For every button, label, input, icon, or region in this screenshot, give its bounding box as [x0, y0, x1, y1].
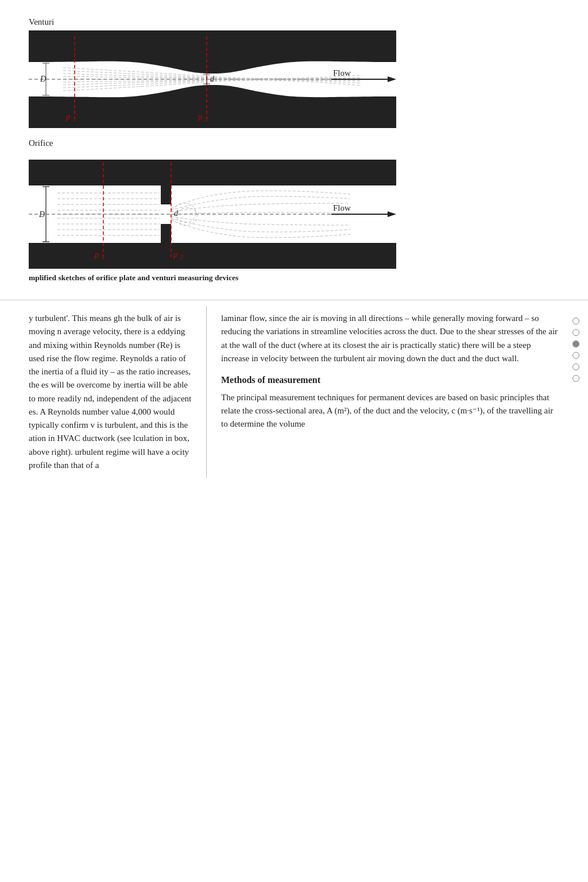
svg-text:p: p: [198, 113, 202, 121]
nav-dot-3[interactable]: [572, 341, 579, 347]
diagram-caption: mplified sketches of orifice plate and v…: [29, 273, 565, 283]
methods-text: The principal measurement techniques for…: [221, 391, 559, 431]
svg-marker-17: [388, 76, 396, 82]
nav-dot-5[interactable]: [572, 363, 579, 370]
svg-text:p: p: [65, 113, 70, 121]
svg-marker-45: [388, 211, 396, 217]
left-text: y turbulent'. This means gh the bulk of …: [29, 312, 195, 472]
svg-text:d: d: [174, 209, 179, 218]
nav-dot-2[interactable]: [572, 329, 579, 336]
svg-text:d: d: [210, 75, 215, 83]
methods-heading: Methods of measurement: [221, 373, 559, 388]
svg-rect-19: [29, 243, 396, 269]
svg-text:p: p: [94, 250, 99, 259]
nav-dot-4[interactable]: [572, 352, 579, 359]
page-navigation[interactable]: [572, 318, 579, 382]
svg-text:Flow: Flow: [333, 203, 351, 212]
svg-text:1: 1: [102, 254, 105, 260]
diagram-section: Venturi: [0, 0, 588, 300]
nav-dot-6[interactable]: [572, 375, 579, 382]
svg-text:2: 2: [205, 116, 208, 122]
svg-text:1: 1: [73, 116, 76, 122]
svg-text:Flow: Flow: [333, 68, 351, 78]
content-area: y turbulent'. This means gh the bulk of …: [0, 300, 588, 489]
venturi-diagram: D d p 1 p 2 Flow: [29, 30, 396, 128]
left-column: y turbulent'. This means gh the bulk of …: [0, 306, 207, 478]
venturi-label: Venturi: [29, 17, 565, 27]
orifice-diagram: D d: [29, 160, 396, 269]
orifice-label: Orifice: [29, 138, 565, 148]
right-intro-text: laminar flow, since the air is moving in…: [221, 312, 559, 365]
svg-rect-18: [29, 160, 396, 185]
svg-text:D: D: [40, 75, 46, 83]
svg-rect-20: [161, 185, 171, 269]
nav-dot-1[interactable]: [572, 318, 579, 324]
svg-text:2: 2: [180, 254, 183, 260]
right-column: laminar flow, since the air is moving in…: [207, 306, 588, 478]
svg-text:p: p: [173, 250, 177, 259]
